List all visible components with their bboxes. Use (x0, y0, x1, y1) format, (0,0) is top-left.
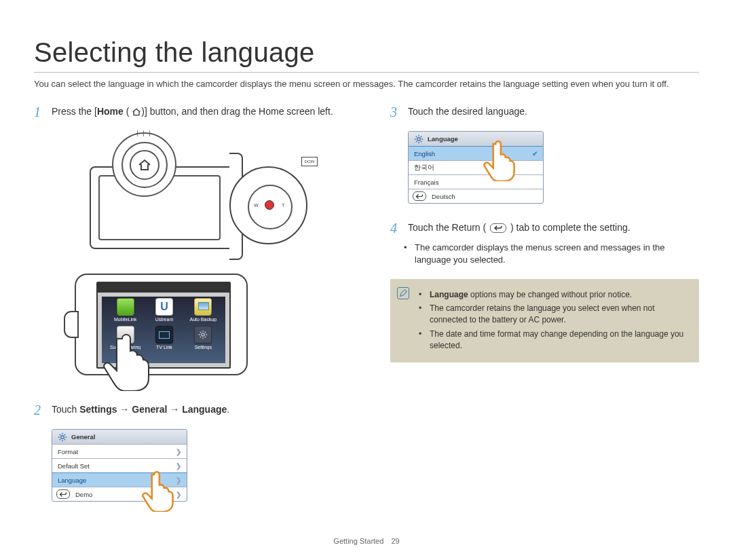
app-icon (155, 326, 173, 343)
step-3: 3 Touch the desired language. (390, 105, 699, 119)
step-number: 4 (390, 221, 402, 235)
step-number: 1 (34, 105, 46, 119)
zoom-t-label: T (282, 203, 284, 208)
home-app[interactable]: MobileLink (114, 298, 136, 322)
panel-row[interactable]: Deutsch (409, 189, 543, 203)
home-app[interactable]: UUstream (155, 298, 173, 322)
step-1: 1 Press the [Home ( )] button, and then … (34, 105, 353, 119)
note-box: •Language options may be changed without… (390, 279, 699, 362)
chevron-right-icon: ❯ (176, 477, 181, 484)
device-illustration-top: W T DCIN | | | (61, 126, 319, 268)
app-icon (194, 298, 212, 316)
panel-row[interactable]: English✔ (409, 146, 543, 160)
app-label: TV Link (156, 345, 172, 350)
footer-section: Getting Started (333, 537, 383, 545)
app-icon: U (155, 298, 173, 316)
chevron-right-icon: ❯ (176, 491, 181, 498)
note-icon (397, 287, 409, 299)
step-number: 3 (390, 105, 402, 119)
swipe-hand-icon (102, 326, 156, 391)
note-item: •The date and time format may change dep… (419, 329, 690, 352)
svg-point-1 (61, 435, 64, 438)
step-2-text: Touch Settings → General → Language. (52, 403, 229, 417)
panel-row[interactable]: Language❯ (52, 472, 187, 487)
home-button-callout: | | | (112, 132, 176, 197)
step-1-text: Press the [Home ( )] button, and then dr… (52, 105, 333, 119)
page-footer: Getting Started 29 (0, 537, 733, 545)
app-label: Settings (195, 345, 212, 350)
panel-row[interactable]: Default Set❯ (52, 458, 187, 472)
svg-point-0 (202, 333, 204, 336)
footer-page-number: 29 (391, 537, 399, 545)
app-icon (117, 298, 134, 316)
home-app[interactable]: Auto Backup (189, 298, 217, 322)
step-2: 2 Touch Settings → General → Language. (34, 403, 353, 417)
gear-icon (414, 134, 424, 144)
check-icon: ✔ (532, 150, 538, 157)
language-panel: LanguageEnglish✔한국어FrançaisDeutsch (408, 131, 544, 204)
chevron-right-icon: ❯ (176, 448, 181, 455)
app-icon (194, 326, 212, 343)
general-settings-panel: GeneralFormat❯Default Set❯Language❯Demo❯ (52, 429, 187, 502)
home-app[interactable]: TV Link (155, 326, 173, 350)
step-3-text: Touch the desired language. (408, 105, 527, 119)
step-4-sub: •The camcorder displays the menus screen… (404, 242, 699, 266)
device-illustration-homescreen: MobileLinkUUstreamAuto BackupSocial Shar… (75, 274, 251, 392)
step-number: 2 (34, 403, 46, 417)
return-button[interactable] (56, 489, 70, 499)
panel-row[interactable]: Demo❯ (52, 487, 187, 501)
note-item: •Language options may be changed without… (419, 289, 690, 301)
dcin-label: DCIN (301, 157, 318, 166)
return-icon (490, 223, 506, 233)
app-label: Ustream (155, 317, 173, 322)
step-4-text: Touch the Return ( ) tab to complete the… (408, 221, 631, 235)
panel-row[interactable]: 한국어 (409, 160, 543, 174)
panel-header: Language (409, 132, 543, 146)
home-app[interactable]: Settings (194, 326, 212, 350)
return-button[interactable] (413, 191, 426, 201)
chevron-right-icon: ❯ (176, 462, 181, 470)
page-title: Selecting the language (34, 37, 699, 68)
intro-text: You can select the language in which the… (34, 78, 699, 90)
panel-row[interactable]: Français (409, 174, 543, 189)
svg-point-2 (417, 137, 421, 141)
title-rule (34, 72, 699, 73)
gear-icon (58, 432, 67, 442)
panel-row[interactable]: Format❯ (52, 444, 187, 458)
home-icon (132, 108, 141, 116)
note-item: •The camcorder retains the language you … (419, 303, 690, 326)
panel-header: General (52, 430, 187, 444)
app-label: MobileLink (114, 317, 136, 322)
app-label: Auto Backup (189, 317, 217, 322)
step-4: 4 Touch the Return ( ) tab to complete t… (390, 221, 699, 235)
zoom-w-label: W (254, 203, 259, 208)
